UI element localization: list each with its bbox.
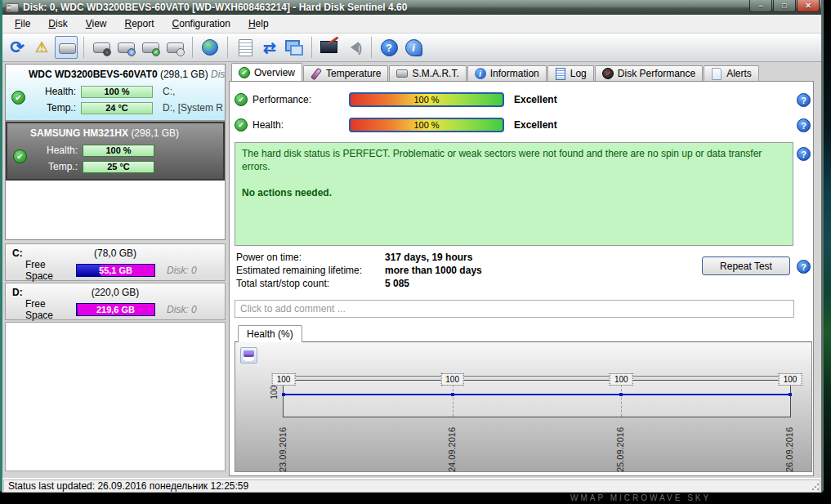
x-axis-date-label: 26.09.2016 bbox=[784, 423, 794, 472]
tab-log[interactable]: Log bbox=[547, 65, 594, 81]
disk-item-wdc[interactable]: ✔ WDC WD3200BEVS-60VAT0 (298,1 GB) Disk … bbox=[6, 65, 225, 122]
disk-item-samsung-selected[interactable]: ✔ SAMSUNG HM321HX (298,1 GB) Health: 100… bbox=[6, 122, 225, 181]
tab-s-m-a-r-t-[interactable]: S.M.A.R.T. bbox=[389, 65, 466, 81]
disk-name: WDC WD3200BEVS-60VAT0 (298,1 GB) Disk bbox=[6, 69, 225, 80]
overview-tab-body: ✔ Performance: 100 % Excellent ? ✔ Healt… bbox=[229, 81, 814, 476]
disk-name: SAMSUNG HM321HX (298,1 GB) bbox=[7, 127, 223, 139]
status-bar: Status last updated: 26.09.2016 понедель… bbox=[2, 478, 821, 493]
health-ok-icon: ✔ bbox=[235, 118, 248, 132]
chart-tab-health[interactable]: Health (%) bbox=[238, 325, 302, 342]
disk-clock-icon[interactable] bbox=[114, 36, 137, 59]
partition-c[interactable]: C: (78,0 GB) Free Space 55,1 GB Disk: 0 bbox=[5, 243, 226, 281]
tab-information[interactable]: iInformation bbox=[467, 65, 547, 81]
temp-bar: 25 °C bbox=[83, 161, 154, 173]
information-icon[interactable]: i bbox=[402, 36, 425, 59]
health-label: Health: bbox=[252, 119, 349, 131]
network-drives-icon[interactable] bbox=[199, 36, 221, 59]
data-point bbox=[789, 393, 792, 396]
partition-letters: D:, [System R bbox=[163, 102, 223, 114]
disk-test-icon[interactable]: ✓ bbox=[139, 36, 162, 59]
tab-overview[interactable]: ✔Overview bbox=[231, 63, 302, 81]
tab-label: Disk Performance bbox=[618, 68, 695, 79]
detect-disks-icon[interactable] bbox=[55, 36, 78, 59]
disk-control-icon[interactable] bbox=[90, 36, 113, 59]
y-axis-tick: 100 bbox=[270, 386, 279, 399]
help-icon[interactable]: ? bbox=[797, 93, 811, 107]
health-line bbox=[284, 394, 790, 395]
resize-grip[interactable] bbox=[811, 483, 820, 491]
disk-number: Disk: 0 bbox=[167, 304, 197, 315]
status-text: Status last updated: 26.09.2016 понедель… bbox=[3, 479, 820, 493]
tab-alerts[interactable]: Alerts bbox=[704, 65, 759, 81]
toolbar-separator bbox=[311, 37, 312, 58]
health-label: Health: bbox=[37, 86, 76, 97]
point-value-label: 100 bbox=[272, 373, 296, 386]
sync-icon[interactable] bbox=[258, 36, 281, 59]
disk-analyse-icon[interactable] bbox=[163, 36, 186, 59]
partition-letters: C:, bbox=[163, 86, 175, 97]
toolbar: ✓?i bbox=[2, 33, 821, 62]
drive-size: (78,0 GB) bbox=[6, 248, 225, 259]
help-icon[interactable]: ? bbox=[797, 147, 811, 161]
close-button[interactable]: ✕ bbox=[797, 0, 820, 12]
save-chart-icon[interactable] bbox=[240, 347, 257, 364]
desktop-settings-icon[interactable] bbox=[318, 36, 341, 59]
stat-row: Power on time:317 days, 19 hours bbox=[236, 251, 482, 264]
app-window: Disk: 0, WDC WD3200BEVS-60VAT0 [WD-WXH60… bbox=[0, 0, 824, 493]
comment-input[interactable] bbox=[235, 300, 794, 318]
report-icon[interactable] bbox=[234, 36, 257, 59]
performance-icon bbox=[602, 68, 614, 79]
menu-help[interactable]: Help bbox=[239, 16, 278, 32]
tab-label: S.M.A.R.T. bbox=[412, 68, 458, 79]
menu-report[interactable]: Report bbox=[116, 16, 163, 32]
performance-ok-icon: ✔ bbox=[235, 93, 248, 106]
performance-bar: 100 % bbox=[349, 92, 504, 107]
toolbar-separator bbox=[83, 37, 84, 58]
help-icon[interactable]: ? bbox=[378, 36, 400, 59]
free-space-label: Free Space bbox=[25, 298, 76, 321]
disk-status-message: The hard disk status is PERFECT. Problem… bbox=[235, 142, 793, 246]
help-icon[interactable]: ? bbox=[797, 118, 811, 132]
overview-check-icon: ✔ bbox=[239, 67, 250, 78]
free-space-bar: 219,6 GB bbox=[76, 303, 155, 316]
health-rating: Excellent bbox=[514, 119, 557, 131]
gridline bbox=[453, 381, 453, 417]
plot-top-bracket bbox=[284, 376, 790, 381]
title-bar[interactable]: Disk: 0, WDC WD3200BEVS-60VAT0 [WD-WXH60… bbox=[2, 0, 821, 15]
sound-icon[interactable] bbox=[342, 36, 365, 59]
disk-number: Disk: 0 bbox=[167, 265, 197, 276]
tab-temperature[interactable]: Temperature bbox=[303, 65, 388, 81]
x-axis-date-label: 23.09.2016 bbox=[278, 423, 288, 472]
tab-label: Alerts bbox=[726, 68, 752, 79]
menu-file[interactable]: File bbox=[6, 16, 39, 32]
performance-label: Performance: bbox=[252, 94, 349, 105]
menu-view[interactable]: View bbox=[77, 16, 116, 32]
help-icon[interactable]: ? bbox=[797, 260, 811, 274]
menu-configuration[interactable]: Configuration bbox=[163, 16, 239, 32]
wallpaper-text: WMAP MICROWAVE SKY bbox=[570, 493, 711, 502]
wallpaper-strip bbox=[823, 0, 831, 504]
refresh-icon[interactable] bbox=[6, 36, 29, 59]
data-point bbox=[282, 393, 285, 396]
tab-disk-performance[interactable]: Disk Performance bbox=[595, 65, 703, 81]
menu-disk[interactable]: Disk bbox=[39, 16, 76, 32]
performance-rating: Excellent bbox=[514, 94, 557, 105]
temp-bar: 24 °C bbox=[81, 102, 153, 114]
maximize-button[interactable]: □ bbox=[773, 0, 796, 12]
repeat-test-button[interactable]: Repeat Test bbox=[702, 256, 790, 275]
network-icon[interactable] bbox=[283, 36, 306, 59]
health-bar: 100 % bbox=[349, 118, 504, 132]
minimize-button[interactable]: – bbox=[749, 0, 772, 12]
x-axis-date-label: 24.09.2016 bbox=[447, 423, 457, 472]
partition-d[interactable]: D: (220,0 GB) Free Space 219,6 GB Disk: … bbox=[5, 283, 226, 320]
x-axis-date-label: 25.09.2016 bbox=[616, 423, 626, 472]
content-area: ✔ WDC WD3200BEVS-60VAT0 (298,1 GB) Disk … bbox=[2, 62, 821, 478]
problem-report-icon[interactable] bbox=[30, 36, 53, 59]
tab-label: Log bbox=[570, 68, 587, 79]
left-panel-empty bbox=[5, 322, 226, 471]
drive-size: (220,0 GB) bbox=[6, 287, 225, 298]
alerts-icon bbox=[711, 68, 722, 79]
log-icon bbox=[555, 68, 566, 79]
plot-area: 100 10023.09.201610024.09.201610025.09.2… bbox=[283, 380, 791, 417]
left-panel: ✔ WDC WD3200BEVS-60VAT0 (298,1 GB) Disk … bbox=[5, 64, 226, 476]
